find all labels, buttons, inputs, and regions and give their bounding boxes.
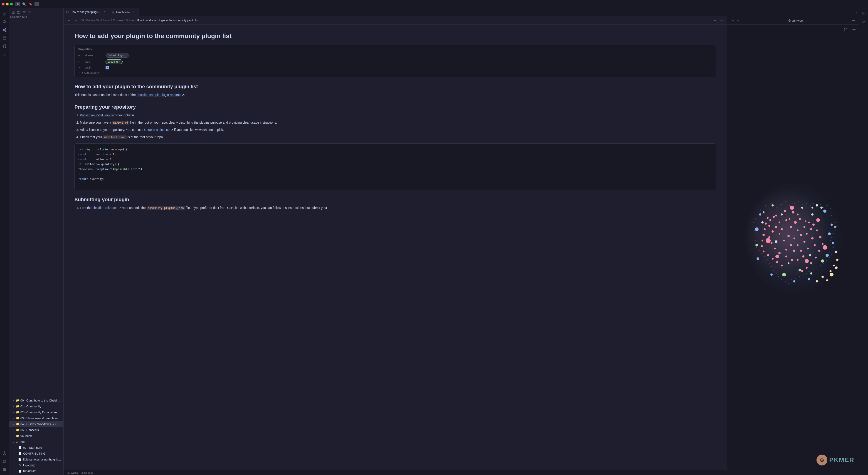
titlebar-search-icon[interactable]: 🔍 (22, 2, 26, 6)
breadcrumb-item-guides-sub[interactable]: Guides (126, 19, 134, 22)
obsidian-sample-link[interactable]: obsidian sample plugin readme (137, 93, 181, 97)
close-button[interactable] (2, 3, 4, 5)
chevron-right-icon: › (12, 399, 15, 402)
svg-point-187 (755, 228, 758, 231)
status-text: 2 min read (82, 471, 93, 474)
folder-icon: 📁 (16, 405, 19, 408)
tab-document[interactable]: How to add your plugin t... ✕ (64, 8, 109, 16)
rail-settings2-icon[interactable] (1, 466, 8, 473)
list-item: Add a license to your repository. You ca… (80, 127, 716, 133)
forward-button[interactable]: → (73, 18, 79, 23)
sidebar-item-start-here[interactable]: 📄 00 - Start here (9, 445, 63, 450)
add-tab-button[interactable]: + (138, 9, 146, 16)
tag-pill[interactable]: seedling ✕ (105, 60, 123, 64)
sidebar-item-hub[interactable]: ∨ 🗂 hub (9, 439, 63, 445)
rail-files-icon[interactable] (1, 10, 8, 17)
rail-help-icon[interactable] (1, 450, 8, 457)
sort-icon[interactable] (22, 10, 26, 14)
tab-graph[interactable]: Graph view ✕ (109, 8, 138, 16)
sidebar-item-community-expansions[interactable]: › 📁 02 - Community Expansions (9, 409, 63, 415)
graph-back-button[interactable]: ← (730, 18, 736, 23)
breadcrumb-item-current[interactable]: How to add your plugin to the community … (137, 19, 198, 22)
graph-settings-icon[interactable] (851, 27, 857, 33)
right-rail-settings-icon[interactable] (860, 10, 867, 17)
publish-checkbox[interactable]: ✓ (105, 66, 109, 69)
svg-point-78 (758, 250, 760, 251)
file-icon: 📄 (18, 458, 21, 461)
svg-point-110 (803, 275, 804, 276)
sidebar-close-icon[interactable] (27, 10, 32, 14)
svg-rect-3 (35, 4, 38, 4)
sidebar-item-community[interactable]: › 📁 01 - Community (9, 403, 63, 409)
sidebar-item-concepts[interactable]: › 📁 05 - Concepts (9, 427, 63, 433)
intro-paragraph: This note is based on the instructions o… (74, 92, 716, 98)
heading-submitting: Submitting your plugin (74, 197, 716, 203)
tab-close-button[interactable]: ✕ (102, 10, 106, 14)
document-title: How to add your plugin to the community … (74, 32, 716, 40)
svg-point-49 (766, 205, 767, 206)
sidebar-item-editing-notes[interactable]: 📄 Editing notes using the github.dev... (9, 456, 63, 462)
alias-pill[interactable]: Submit plugin ✕ (105, 53, 129, 58)
svg-point-118 (797, 230, 799, 231)
graph-canvas[interactable]: PKMER (727, 25, 859, 470)
alias-remove-icon[interactable]: ✕ (125, 54, 127, 57)
window-controls[interactable] (2, 3, 13, 5)
svg-point-181 (805, 259, 809, 263)
rail-settings-icon[interactable] (1, 458, 8, 465)
add-property-button[interactable]: + + Add property (78, 71, 712, 74)
maximize-button[interactable] (10, 3, 13, 5)
sidebar-item-readme[interactable]: 📄 README (9, 468, 63, 474)
tab-dropdown-button[interactable]: ▾ (854, 9, 859, 15)
minimize-button[interactable] (6, 3, 9, 5)
graph-forward-button[interactable]: → (736, 18, 741, 23)
code-line: if (better >= quantity) { (78, 162, 712, 167)
rail-calendar-icon[interactable] (1, 34, 8, 42)
edit-button[interactable]: ✏ (713, 18, 718, 23)
sidebar-item-contribute[interactable]: › 📁 00 - Contribute to the Obsidian Hub (9, 398, 63, 403)
tag-remove-icon[interactable]: ✕ (119, 61, 121, 63)
sidebar-item-inbox[interactable]: › 📁 06 Inbox (9, 433, 63, 439)
app-icon (16, 2, 20, 6)
publish-initial-link[interactable]: Publish an initial version (80, 113, 114, 117)
breadcrumb-item-guides[interactable]: 04 - Guides, Workflows, & Courses (81, 19, 123, 22)
svg-point-205 (836, 259, 838, 261)
choose-license-link[interactable]: Choose a License (144, 128, 169, 132)
sidebar-item-logo-svg[interactable]: ⬡ logo svg (9, 462, 63, 468)
titlebar-sidebar-toggle[interactable] (34, 2, 39, 6)
svg-point-152 (778, 252, 781, 254)
tab-close-button[interactable]: ✕ (132, 10, 135, 14)
file-icon: ⬡ (19, 464, 22, 467)
rail-terminal-icon[interactable] (1, 51, 8, 58)
svg-point-166 (801, 270, 803, 272)
svg-point-121 (783, 240, 785, 242)
open-folder-icon[interactable] (17, 10, 21, 14)
svg-point-127 (799, 218, 801, 220)
code-line: threw new Exception("Impossible error"); (78, 167, 712, 172)
sidebar-item-contributing[interactable]: 📄 CONTRIBUTING (9, 450, 63, 456)
back-button[interactable]: ← (66, 18, 72, 23)
chevron-down-icon: ∨ (12, 440, 15, 443)
folder-icon: 📁 (16, 399, 19, 402)
graph-pane: ← → Graph view ··· (727, 16, 859, 470)
sidebar-item-showcases[interactable]: › 📁 03 - Showcases & Templates (9, 415, 63, 421)
svg-point-15 (4, 468, 4, 469)
svg-point-21 (113, 12, 114, 13)
svg-point-159 (775, 215, 777, 217)
new-note-icon[interactable] (11, 10, 16, 14)
graph-fullscreen-icon[interactable] (843, 27, 849, 33)
sidebar-item-guides[interactable]: ∨ 📁 04 - Guides, Workflows, & Courses (9, 421, 63, 427)
more-button[interactable]: ··· (719, 18, 724, 23)
property-key-aliases: aliases (85, 54, 103, 57)
rail-search-icon[interactable] (1, 18, 8, 25)
svg-point-116 (794, 221, 797, 224)
titlebar-bookmark-icon[interactable]: 🔖 (28, 2, 33, 6)
obsidian-releases-link[interactable]: obsidian-releases (92, 206, 117, 210)
property-value-aliases: Submit plugin ✕ (105, 53, 129, 58)
svg-point-6 (3, 21, 5, 23)
right-rail-expand-icon[interactable] (860, 18, 867, 25)
folder-icon: 📁 (16, 422, 19, 426)
rail-bookmarks-icon[interactable] (1, 43, 8, 50)
svg-rect-4 (35, 5, 38, 5)
graph-more-button[interactable]: ··· (851, 18, 856, 23)
rail-graph-icon[interactable] (1, 26, 8, 34)
